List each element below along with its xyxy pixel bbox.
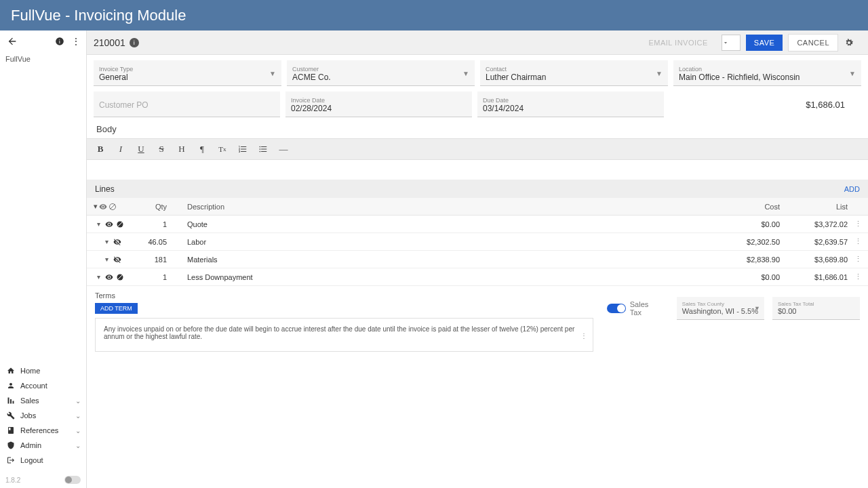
row-menu-icon[interactable]: ⋮ (854, 255, 862, 263)
strike-icon[interactable] (115, 220, 125, 228)
collapse-all-icon[interactable]: ▾ (94, 202, 98, 211)
version-text: 1.8.2 (5, 476, 20, 484)
cancel-button[interactable]: CANCEL (788, 34, 838, 52)
email-dropdown-button[interactable] (722, 35, 741, 51)
nav-item-home[interactable]: Home (0, 363, 86, 378)
terms-title: Terms (95, 291, 593, 300)
more-icon[interactable]: ⋮ (70, 35, 82, 47)
underline-button[interactable]: U (134, 142, 148, 157)
chevron-down-icon: ⌄ (75, 442, 81, 449)
email-invoice-button[interactable]: EMAIL INVOICE (640, 35, 715, 51)
sales-icon (5, 396, 16, 405)
admin-icon (5, 441, 16, 449)
eye-icon[interactable] (99, 203, 107, 211)
strike-icon[interactable] (108, 203, 117, 211)
chevron-down-icon: ⌄ (75, 397, 81, 405)
invoice-date-field[interactable]: Invoice Date 02/28/2024 (285, 92, 472, 117)
visibility-icon[interactable] (113, 238, 122, 246)
breadcrumb[interactable]: FullVue (0, 52, 86, 66)
sidebar: i ⋮ FullVue HomeAccountSales⌄Jobs⌄Refere… (0, 30, 87, 488)
line-row[interactable]: ▾46.05Labor$2,302.50$2,639.57⋮ (87, 233, 868, 251)
add-line-button[interactable]: ADD (844, 185, 860, 193)
expand-icon[interactable]: ▾ (94, 220, 103, 228)
clear-format-button[interactable]: Tx (216, 142, 229, 157)
add-term-button[interactable]: ADD TERM (95, 303, 138, 314)
nav-item-jobs[interactable]: Jobs⌄ (0, 408, 86, 423)
toolbar: 210001 i EMAIL INVOICE SAVE CANCEL (87, 30, 868, 55)
bullet-list-button[interactable] (256, 142, 270, 157)
nav-item-admin[interactable]: Admin⌄ (0, 438, 86, 453)
chevron-down-icon: ▼ (849, 69, 856, 77)
hr-button[interactable]: — (277, 142, 290, 157)
nav-item-logout[interactable]: Logout (0, 453, 86, 468)
visibility-icon[interactable] (104, 273, 114, 281)
lines-title: Lines (95, 184, 115, 194)
lines-column-header: ▾ Qty Description Cost List (87, 198, 868, 216)
heading-button[interactable]: H (175, 142, 189, 157)
line-row[interactable]: ▾1Less Downpayment$0.00$1,686.01⋮ (87, 268, 868, 286)
invoice-number: 210001 i (94, 37, 139, 48)
nav-item-references[interactable]: References⌄ (0, 423, 86, 438)
expand-icon[interactable]: ▾ (94, 273, 103, 281)
chevron-down-icon: ⌄ (75, 427, 81, 434)
chevron-down-icon: ⌄ (75, 412, 81, 420)
home-icon (5, 367, 16, 375)
sales-tax-toggle[interactable] (607, 304, 626, 313)
contact-field[interactable]: Contact Luther Chairman ▼ (480, 60, 668, 86)
expand-icon[interactable]: ▾ (102, 238, 111, 245)
person-icon (5, 382, 16, 390)
chevron-down-icon: ▼ (462, 69, 469, 77)
term-menu-icon[interactable]: ⋮ (580, 332, 587, 340)
term-text-box[interactable]: Any invoices unpaid on or before the due… (95, 318, 593, 352)
rte-toolbar: B I U S H ¶ Tx — (87, 138, 868, 160)
info-badge-icon[interactable]: i (130, 38, 139, 47)
sales-tax-total-field: Sales Tax Total $0.00 (772, 297, 860, 320)
expand-icon[interactable]: ▾ (102, 256, 111, 263)
sales-tax-label: Sales Tax (630, 300, 662, 317)
customer-field[interactable]: Customer ACME Co. ▼ (287, 60, 475, 86)
customer-po-field[interactable]: Customer PO (94, 92, 280, 117)
info-icon[interactable]: i (54, 35, 66, 47)
line-row[interactable]: ▾181Materials$2,838.90$3,689.80⋮ (87, 251, 868, 268)
invoice-type-field[interactable]: Invoice Type General ▼ (94, 60, 281, 86)
body-title: Body (87, 117, 868, 138)
strike-button[interactable]: S (155, 142, 168, 157)
strike-icon[interactable] (115, 273, 125, 281)
settings-button[interactable] (844, 35, 861, 51)
paragraph-button[interactable]: ¶ (195, 142, 209, 157)
app-title: FullVue - Invoicing Module (11, 7, 186, 24)
location-field[interactable]: Location Main Office - Richfield, Wiscon… (673, 60, 861, 86)
row-menu-icon[interactable]: ⋮ (854, 272, 862, 281)
row-menu-icon[interactable]: ⋮ (854, 237, 862, 245)
ordered-list-button[interactable] (236, 142, 250, 157)
row-menu-icon[interactable]: ⋮ (854, 220, 862, 228)
nav-item-account[interactable]: Account (0, 378, 86, 393)
version-row: 1.8.2 (5, 476, 81, 484)
save-button[interactable]: SAVE (746, 35, 783, 51)
theme-toggle[interactable] (64, 476, 81, 484)
svg-line-3 (111, 204, 115, 209)
book-icon (5, 426, 16, 434)
lines-header: Lines ADD (87, 180, 868, 198)
back-button[interactable] (4, 33, 20, 49)
title-bar: FullVue - Invoicing Module (0, 0, 868, 30)
chevron-down-icon: ▼ (754, 305, 760, 312)
invoice-total: $1,686.01 (669, 92, 861, 117)
wrench-icon (5, 411, 16, 420)
term-text: Any invoices unpaid on or before the due… (104, 325, 574, 340)
nav-item-sales[interactable]: Sales⌄ (0, 393, 86, 408)
visibility-icon[interactable] (104, 220, 114, 228)
sales-tax-county-field[interactable]: Sales Tax County Washington, WI - 5.5% ▼ (677, 297, 764, 320)
due-date-field[interactable]: Due Date 03/14/2024 (477, 92, 664, 117)
chevron-down-icon: ▼ (656, 69, 663, 77)
visibility-icon[interactable] (113, 256, 122, 264)
bold-button[interactable]: B (94, 142, 107, 157)
logout-icon (5, 456, 16, 464)
italic-button[interactable]: I (114, 142, 127, 157)
chevron-down-icon: ▼ (269, 69, 276, 77)
line-row[interactable]: ▾1Quote$0.00$3,372.02⋮ (87, 216, 868, 233)
body-editor[interactable] (87, 160, 868, 180)
